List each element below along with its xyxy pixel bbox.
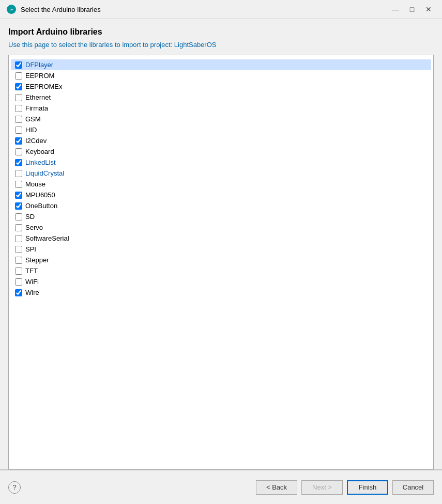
- library-label: SPI: [25, 245, 36, 253]
- library-checkbox[interactable]: [15, 181, 22, 188]
- library-checkbox[interactable]: [15, 148, 22, 155]
- library-label: I2Cdev: [25, 137, 47, 145]
- app-logo-icon: ∞: [6, 4, 17, 14]
- library-checkbox[interactable]: [15, 61, 22, 69]
- next-button[interactable]: Next >: [301, 480, 343, 495]
- library-label: Firmata: [25, 104, 48, 112]
- list-item[interactable]: MPU6050: [11, 190, 431, 200]
- library-checkbox[interactable]: [15, 289, 22, 296]
- library-checkbox[interactable]: [15, 213, 22, 220]
- library-label: Keyboard: [25, 148, 54, 155]
- library-checkbox[interactable]: [15, 72, 22, 80]
- library-checkbox[interactable]: [15, 246, 22, 253]
- library-checkbox[interactable]: [15, 159, 22, 166]
- library-checkbox[interactable]: [15, 235, 22, 242]
- list-item[interactable]: TFT: [11, 265, 431, 276]
- library-checkbox[interactable]: [15, 192, 22, 199]
- library-label: Servo: [25, 224, 43, 231]
- library-checkbox[interactable]: [15, 224, 22, 231]
- finish-button[interactable]: Finish: [347, 480, 388, 495]
- bottom-buttons: < Back Next > Finish Cancel: [256, 480, 434, 495]
- page-title: Import Arduino libraries: [8, 27, 434, 37]
- library-label: MPU6050: [25, 191, 55, 199]
- library-list: DFPlayerEEPROMEEPROMExEthernetFirmataGSM…: [8, 55, 434, 469]
- help-icon: ?: [12, 483, 16, 491]
- list-item[interactable]: SoftwareSerial: [11, 233, 431, 244]
- help-button[interactable]: ?: [8, 481, 21, 494]
- list-item[interactable]: HID: [11, 124, 431, 135]
- close-button[interactable]: ✕: [421, 4, 436, 14]
- library-checkbox[interactable]: [15, 83, 22, 90]
- list-item[interactable]: Ethernet: [11, 92, 431, 103]
- library-label: TFT: [25, 267, 38, 275]
- library-label: Ethernet: [25, 93, 51, 101]
- library-label: LiquidCrystal: [25, 169, 64, 177]
- minimize-button[interactable]: —: [388, 4, 403, 14]
- library-label: SD: [25, 213, 35, 220]
- library-label: GSM: [25, 115, 41, 123]
- list-item[interactable]: GSM: [11, 114, 431, 124]
- library-label: LinkedList: [25, 159, 56, 166]
- list-item[interactable]: DFPlayer: [11, 59, 431, 70]
- list-item[interactable]: Keyboard: [11, 146, 431, 157]
- page-description: Use this page to select the libraries to…: [8, 41, 434, 49]
- title-bar-controls: — □ ✕: [388, 4, 436, 14]
- library-label: EEPROMEx: [25, 83, 63, 90]
- list-item[interactable]: Servo: [11, 222, 431, 233]
- library-checkbox[interactable]: [15, 127, 22, 134]
- list-item[interactable]: Firmata: [11, 103, 431, 114]
- library-checkbox[interactable]: [15, 278, 22, 286]
- library-label: SoftwareSerial: [25, 234, 69, 242]
- library-label: WiFi: [25, 278, 39, 286]
- bottom-bar: ? < Back Next > Finish Cancel: [0, 470, 442, 504]
- library-label: OneButton: [25, 202, 57, 210]
- title-bar: ∞ Select the Arduino libraries — □ ✕: [0, 0, 442, 19]
- library-checkbox[interactable]: [15, 137, 22, 145]
- library-label: EEPROM: [25, 72, 54, 80]
- library-label: Stepper: [25, 256, 49, 264]
- library-checkbox[interactable]: [15, 105, 22, 112]
- library-checkbox[interactable]: [15, 257, 22, 264]
- list-item[interactable]: LiquidCrystal: [11, 168, 431, 179]
- library-label: HID: [25, 126, 37, 134]
- library-checkbox[interactable]: [15, 116, 22, 123]
- list-item[interactable]: WiFi: [11, 276, 431, 287]
- list-item[interactable]: I2Cdev: [11, 135, 431, 146]
- list-item[interactable]: Wire: [11, 287, 431, 298]
- title-bar-label: Select the Arduino libraries: [21, 6, 384, 13]
- list-item[interactable]: Stepper: [11, 255, 431, 265]
- maximize-button[interactable]: □: [405, 4, 419, 14]
- library-checkbox[interactable]: [15, 94, 22, 101]
- list-item[interactable]: SPI: [11, 244, 431, 255]
- library-label: Mouse: [25, 180, 45, 188]
- library-checkbox[interactable]: [15, 267, 22, 275]
- list-item[interactable]: LinkedList: [11, 157, 431, 168]
- list-item[interactable]: EEPROM: [11, 70, 431, 81]
- cancel-button[interactable]: Cancel: [392, 480, 434, 495]
- library-checkbox[interactable]: [15, 202, 22, 210]
- main-content: Import Arduino libraries Use this page t…: [0, 19, 442, 469]
- list-item[interactable]: EEPROMEx: [11, 81, 431, 92]
- list-item[interactable]: Mouse: [11, 179, 431, 190]
- list-item[interactable]: OneButton: [11, 200, 431, 211]
- list-item[interactable]: SD: [11, 211, 431, 222]
- back-button[interactable]: < Back: [256, 480, 297, 495]
- library-checkbox[interactable]: [15, 170, 22, 177]
- library-label: DFPlayer: [25, 61, 53, 69]
- library-label: Wire: [25, 289, 39, 296]
